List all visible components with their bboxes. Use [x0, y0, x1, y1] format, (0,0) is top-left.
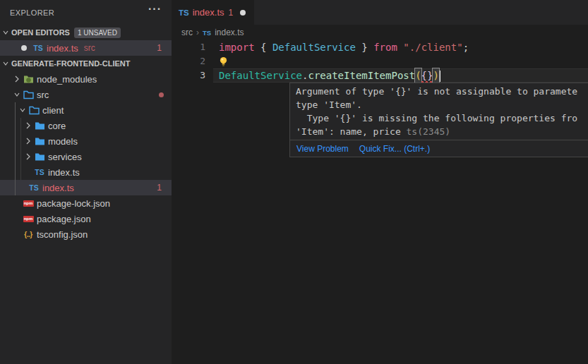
typescript-icon: TS [203, 29, 211, 37]
json-icon: {..} [23, 229, 34, 240]
chevron-down-icon[interactable] [0, 58, 11, 69]
open-editors-section[interactable]: OPEN EDITORS 1 UNSAVED [0, 25, 172, 40]
twisty-spacer [17, 182, 28, 193]
explorer-sidebar: EXPLORER ··· OPEN EDITORS 1 UNSAVED TSin… [0, 0, 172, 364]
tree-item-package-json[interactable]: npmpackage.json [0, 211, 172, 226]
lightbulb-icon[interactable] [219, 56, 228, 69]
error-hover-tooltip: Argument of type '{}' is not assignable … [289, 83, 588, 157]
line-number: 1 [172, 40, 205, 54]
tree-item-tsconfig-json[interactable]: {..}tsconfig.json [0, 226, 172, 242]
chevron-right-icon[interactable] [23, 135, 34, 147]
hover-message-segment: Argument of type '{}' is not assignable … [296, 86, 577, 97]
sidebar-title: EXPLORER [10, 8, 54, 17]
tree-item-label: src [37, 90, 49, 100]
tree-item-index-ts[interactable]: TSindex.ts1 [0, 180, 172, 195]
tab-index-ts[interactable]: TS index.ts 1 [172, 0, 254, 25]
chevron-down-icon[interactable] [0, 27, 11, 38]
code-line[interactable]: 2 [172, 54, 588, 68]
tree-item-label: node_modules [37, 74, 97, 85]
code-token: DefaultService [219, 68, 302, 83]
open-editor-file-label: index.ts [47, 43, 78, 54]
workspace-root-label: GENERATE-FRONTEND-CLIENT [11, 59, 130, 68]
code-line[interactable]: 3DefaultService.createItemItemPost({}) [172, 68, 588, 83]
twisty-spacer [11, 198, 23, 209]
tree-item-node-modules[interactable]: node_modules [0, 71, 172, 87]
tree-item-client[interactable]: client [0, 102, 172, 118]
ts-icon: TS [28, 182, 40, 193]
typescript-icon: TS [179, 8, 189, 17]
typescript-icon: TS [29, 183, 38, 192]
tab-problem-count: 1 [229, 8, 234, 18]
chevron-right-icon[interactable] [11, 73, 23, 85]
code-text: import { DefaultService } from "./client… [219, 40, 469, 54]
tree-item-src[interactable]: src [0, 87, 172, 102]
open-editor-item[interactable]: TSindex.tssrc1 [0, 40, 172, 56]
folder-open-icon [28, 104, 40, 116]
tree-item-index-ts[interactable]: TSindex.ts [0, 164, 172, 180]
code-token: . [302, 68, 308, 83]
more-actions-icon[interactable]: ··· [148, 3, 162, 16]
view-problem-link[interactable]: View Problem [296, 144, 349, 154]
indent-guide [15, 102, 16, 195]
folder-icon [34, 135, 45, 147]
open-editor-file-description: src [84, 43, 95, 53]
tree-item-models[interactable]: models [0, 133, 172, 149]
typescript-icon: TS [33, 44, 42, 52]
tree-item-label: tsconfig.json [37, 229, 88, 240]
tab-label: index.ts [193, 7, 224, 18]
unsaved-badge: 1 UNSAVED [74, 28, 121, 38]
twisty-spacer [11, 229, 23, 240]
code-token: { [255, 40, 272, 54]
hover-message-segment: ts(2345) [407, 126, 451, 137]
breadcrumb-folder[interactable]: src [181, 28, 193, 37]
code-token: createItemItemPost [308, 68, 415, 83]
json-config-icon: {..} [24, 231, 32, 238]
chevron-down-icon[interactable] [17, 104, 28, 116]
quick-fix-link[interactable]: Quick Fix... (Ctrl+.) [359, 144, 430, 154]
line-number: 2 [172, 54, 205, 68]
hover-message-line: type 'Item'. [296, 98, 588, 111]
code-token: ; [463, 40, 469, 54]
code-area[interactable]: 1import { DefaultService } from "./clien… [172, 40, 588, 83]
code-token: {} [421, 68, 433, 83]
editor-area: TS index.ts 1 src › TS index.ts 1import … [172, 0, 588, 364]
code-token: from [373, 40, 397, 54]
unsaved-dot-icon[interactable] [21, 45, 27, 51]
tree-item-label: client [42, 105, 64, 116]
hover-message-line: Argument of type '{}' is not assignable … [296, 85, 588, 98]
tree-item-core[interactable]: core [0, 118, 172, 133]
tree-item-package-lock-json[interactable]: npmpackage-lock.json [0, 195, 172, 211]
npm-icon: npm [23, 216, 34, 222]
modified-dot-icon [159, 92, 164, 97]
vscode-window: EXPLORER ··· OPEN EDITORS 1 UNSAVED TSin… [0, 0, 588, 364]
tree-item-label: index.ts [48, 167, 80, 178]
hover-actions: View ProblemQuick Fix... (Ctrl+.) [290, 140, 588, 157]
tree-item-label: models [48, 136, 78, 147]
code-line[interactable]: 1import { DefaultService } from "./clien… [172, 40, 588, 54]
tree-item-label: core [48, 121, 66, 131]
code-token [397, 40, 403, 54]
npm-icon: npm [23, 198, 34, 209]
breadcrumb-file[interactable]: index.ts [215, 28, 244, 37]
code-token: import [219, 40, 255, 54]
sidebar-header: EXPLORER ··· [0, 0, 172, 25]
ts-icon: TS [32, 42, 44, 54]
unsaved-dot-icon[interactable] [240, 10, 246, 16]
workspace-section[interactable]: GENERATE-FRONTEND-CLIENT [0, 56, 172, 71]
code-token: "./client" [403, 40, 462, 54]
tree-item-label: package.json [37, 214, 91, 224]
chevron-down-icon[interactable] [11, 89, 23, 100]
hover-message-line: Type '{}' is missing the following prope… [296, 111, 588, 125]
folder-open-icon [23, 89, 34, 100]
tree-item-label: package-lock.json [37, 198, 110, 209]
hover-message-segment: type 'Item'. [296, 99, 362, 110]
code-token: ( [415, 68, 421, 83]
tree-item-label: index.ts [42, 183, 74, 193]
typescript-icon: TS [35, 168, 44, 176]
line-number: 3 [172, 68, 205, 83]
twisty-spacer [23, 166, 34, 178]
problem-count-badge: 1 [157, 183, 162, 193]
tree-item-services[interactable]: services [0, 149, 172, 164]
chevron-right-icon[interactable] [23, 120, 34, 131]
chevron-right-icon[interactable] [23, 151, 34, 162]
